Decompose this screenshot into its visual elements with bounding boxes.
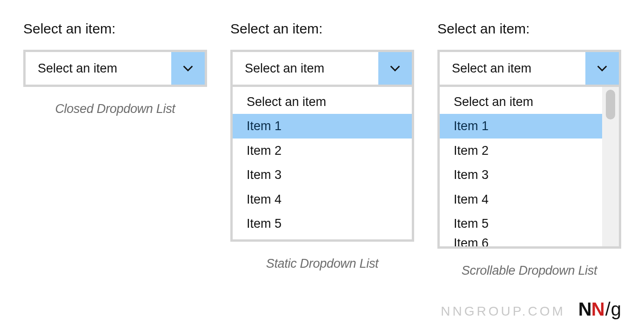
footer-url: NNGROUP.COM bbox=[441, 304, 565, 319]
closed-dropdown-example: Select an item: Select an item Closed Dr… bbox=[23, 21, 207, 116]
closed-label: Select an item: bbox=[23, 21, 207, 37]
scrollable-dropdown-example: Select an item: Select an item Select an… bbox=[437, 21, 621, 278]
scroll-option-1[interactable]: Item 1 bbox=[440, 114, 602, 138]
scroll-dropdown-toggle[interactable] bbox=[585, 52, 619, 85]
scroll-dropdown[interactable]: Select an item bbox=[437, 50, 621, 87]
logo-n1: N bbox=[578, 299, 591, 320]
static-option-4[interactable]: Item 4 bbox=[233, 187, 412, 211]
scroll-listbox[interactable]: Select an item Item 1 Item 2 Item 3 Item… bbox=[437, 87, 621, 249]
scroll-option-4[interactable]: Item 4 bbox=[440, 187, 602, 211]
footer: NNGROUP.COM NN/g bbox=[441, 299, 621, 320]
scroll-option-3[interactable]: Item 3 bbox=[440, 163, 602, 187]
chevron-down-icon bbox=[389, 62, 402, 75]
nng-logo: NN/g bbox=[578, 299, 621, 320]
scroll-caption: Scrollable Dropdown List bbox=[437, 264, 621, 278]
static-label: Select an item: bbox=[230, 21, 414, 37]
static-option-1[interactable]: Item 1 bbox=[233, 114, 412, 138]
static-dropdown-value: Select an item bbox=[233, 52, 378, 85]
static-option-placeholder[interactable]: Select an item bbox=[233, 90, 412, 114]
closed-dropdown[interactable]: Select an item bbox=[23, 50, 207, 87]
chevron-down-icon bbox=[596, 62, 609, 75]
logo-slash: / bbox=[605, 299, 610, 320]
closed-dropdown-value: Select an item bbox=[26, 52, 171, 85]
static-option-2[interactable]: Item 2 bbox=[233, 139, 412, 163]
chevron-down-icon bbox=[181, 62, 195, 75]
static-dropdown-example: Select an item: Select an item Select an… bbox=[230, 21, 414, 271]
closed-caption: Closed Dropdown List bbox=[23, 102, 207, 116]
scroll-option-placeholder[interactable]: Select an item bbox=[440, 90, 602, 114]
scroll-option-5[interactable]: Item 5 bbox=[440, 211, 602, 236]
scrollbar-track[interactable] bbox=[602, 87, 619, 246]
static-option-5[interactable]: Item 5 bbox=[233, 211, 412, 236]
scrollbar-thumb[interactable] bbox=[606, 90, 615, 119]
static-caption: Static Dropdown List bbox=[230, 257, 414, 271]
static-listbox[interactable]: Select an item Item 1 Item 2 Item 3 Item… bbox=[230, 87, 414, 242]
scroll-option-6[interactable]: Item 6 bbox=[440, 236, 602, 247]
static-option-3[interactable]: Item 3 bbox=[233, 163, 412, 187]
logo-n2: N bbox=[591, 299, 604, 320]
static-dropdown[interactable]: Select an item bbox=[230, 50, 414, 87]
scroll-option-2[interactable]: Item 2 bbox=[440, 139, 602, 163]
closed-dropdown-toggle[interactable] bbox=[171, 52, 205, 85]
scroll-dropdown-value: Select an item bbox=[440, 52, 585, 85]
scroll-label: Select an item: bbox=[437, 21, 621, 37]
static-dropdown-toggle[interactable] bbox=[378, 52, 412, 85]
logo-g: g bbox=[611, 299, 621, 320]
